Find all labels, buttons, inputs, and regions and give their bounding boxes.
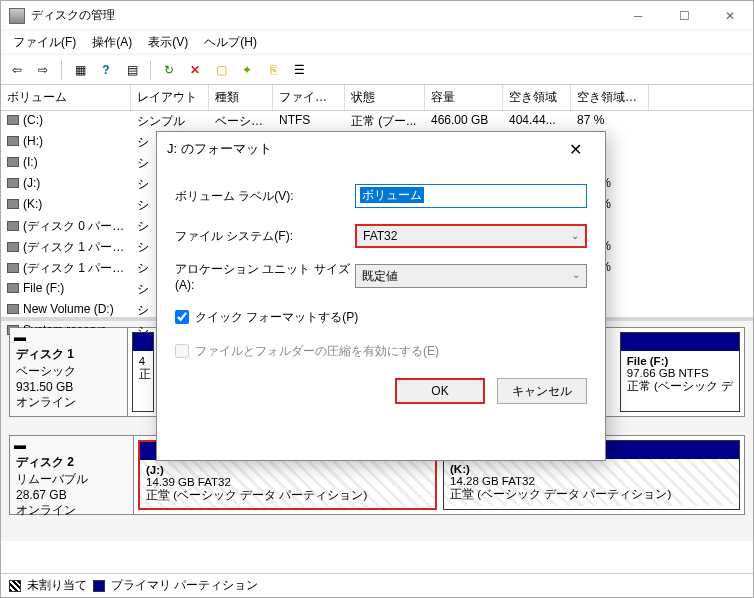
refresh-icon[interactable]: ↻ [157, 58, 181, 82]
compress-label: ファイルとフォルダーの圧縮を有効にする(E) [195, 343, 439, 360]
partition-info: 14.28 GB FAT32 [450, 475, 733, 487]
back-button[interactable]: ⇦ [5, 58, 29, 82]
col-status[interactable]: 状態 [345, 85, 425, 110]
disk-info[interactable]: ▬ ディスク 2 リムーバブル 28.67 GB オンライン [10, 436, 134, 514]
toolbar: ⇦ ⇨ ▦ ? ▤ ↻ ✕ ▢ ✦ ⎘ ☰ [1, 55, 753, 85]
volume-label-value: ボリューム [360, 187, 424, 203]
new-icon[interactable]: ▢ [209, 58, 233, 82]
partition-info: 4 [139, 355, 147, 367]
allocation-unit-value: 既定値 [362, 268, 398, 285]
menubar: ファイル(F) 操作(A) 表示(V) ヘルプ(H) [1, 31, 753, 55]
col-filesystem[interactable]: ファイル シ... [273, 85, 345, 110]
disk-mgmt-icon [9, 8, 25, 24]
partition[interactable]: File (F:) 97.66 GB NTFS 正常 (ベーシック デ [620, 332, 740, 412]
toolbar-separator [61, 60, 62, 80]
menu-action[interactable]: 操作(A) [86, 32, 138, 53]
drive-icon [7, 283, 19, 293]
partition-name: (K:) [450, 463, 733, 475]
table-header: ボリューム レイアウト 種類 ファイル シ... 状態 容量 空き領域 空き領域… [1, 85, 753, 111]
dialog-title: J: のフォーマット [167, 140, 272, 158]
partition[interactable]: 4 正 [132, 332, 154, 412]
titlebar: ディスクの管理 ─ ☐ ✕ [1, 1, 753, 31]
partition-status: 正 [139, 367, 147, 382]
filesystem-value: FAT32 [363, 229, 397, 243]
disk-info[interactable]: ▬ ディスク 1 ベーシック 931.50 GB オンライン [10, 328, 128, 416]
forward-button[interactable]: ⇨ [31, 58, 55, 82]
delete-icon[interactable]: ✕ [183, 58, 207, 82]
quick-format-checkbox[interactable] [175, 310, 189, 324]
col-type[interactable]: 種類 [209, 85, 273, 110]
partition-status: 正堂 (ベーシック データ パーティション) [450, 487, 733, 502]
col-capacity[interactable]: 容量 [425, 85, 503, 110]
partition-bar [133, 333, 153, 351]
properties-button[interactable]: ▤ [120, 58, 144, 82]
show-hide-button[interactable]: ▦ [68, 58, 92, 82]
dialog-titlebar: J: のフォーマット ✕ [157, 132, 605, 166]
partition-bar [621, 333, 739, 351]
col-free[interactable]: 空き領域 [503, 85, 571, 110]
quick-format-label: クイック フォーマットする(P) [195, 309, 358, 326]
ok-button[interactable]: OK [395, 378, 485, 404]
disk-type: ベーシック [16, 363, 121, 380]
minimize-button[interactable]: ─ [615, 1, 661, 31]
legend-primary-swatch [93, 580, 105, 592]
disk-type: リムーバブル [16, 471, 127, 488]
help-icon[interactable]: ? [94, 58, 118, 82]
chevron-down-icon: ⌄ [572, 269, 580, 280]
drive-icon [7, 304, 19, 314]
drive-icon [7, 199, 19, 209]
drive-icon [7, 136, 19, 146]
partition-info: 14.39 GB FAT32 [146, 476, 429, 488]
volume-label-input[interactable]: ボリューム [355, 184, 587, 208]
col-free-pct[interactable]: 空き領域の... [571, 85, 649, 110]
drive-icon [7, 115, 19, 125]
legend-unallocated: 未割り当て [27, 577, 87, 594]
format-dialog: J: のフォーマット ✕ ボリューム ラベル(V): ボリューム ファイル シス… [156, 131, 606, 461]
disk-title: ディスク 2 [16, 454, 127, 471]
drive-icon [7, 221, 19, 231]
disk-size: 28.67 GB [16, 488, 127, 502]
status-bar: 未割り当て プライマリ パーティション [1, 573, 753, 597]
folder-icon[interactable]: ⎘ [261, 58, 285, 82]
chevron-down-icon: ⌄ [571, 230, 579, 241]
menu-view[interactable]: 表示(V) [142, 32, 194, 53]
disk-size: 931.50 GB [16, 380, 121, 394]
dialog-close-button[interactable]: ✕ [555, 134, 595, 164]
list-icon[interactable]: ☰ [287, 58, 311, 82]
menu-file[interactable]: ファイル(F) [7, 32, 82, 53]
drive-icon [7, 263, 19, 273]
legend-unallocated-swatch [9, 580, 21, 592]
partition-info: 97.66 GB NTFS [627, 367, 733, 379]
maximize-button[interactable]: ☐ [661, 1, 707, 31]
volume-label-label: ボリューム ラベル(V): [175, 188, 355, 205]
sparkle-icon[interactable]: ✦ [235, 58, 259, 82]
compress-checkbox [175, 344, 189, 358]
partition-name: (J:) [146, 464, 429, 476]
menu-help[interactable]: ヘルプ(H) [198, 32, 263, 53]
partition-status: 正堂 (ベーシック データ パーティション) [146, 488, 429, 503]
drive-icon [7, 157, 19, 167]
legend-primary: プライマリ パーティション [111, 577, 258, 594]
drive-icon [7, 178, 19, 188]
partition-status: 正常 (ベーシック デ [627, 379, 733, 394]
disk-state: オンライン [16, 394, 121, 411]
drive-icon [7, 242, 19, 252]
close-button[interactable]: ✕ [707, 1, 753, 31]
toolbar-separator [150, 60, 151, 80]
allocation-unit-combo[interactable]: 既定値 ⌄ [355, 264, 587, 288]
table-row[interactable]: (C:)シンプルベーシックNTFS正常 (ブー...466.00 GB404.4… [1, 111, 753, 132]
filesystem-combo[interactable]: FAT32 ⌄ [355, 224, 587, 248]
cancel-button[interactable]: キャンセル [497, 378, 587, 404]
disk-title: ディスク 1 [16, 346, 121, 363]
col-layout[interactable]: レイアウト [131, 85, 209, 110]
window-title: ディスクの管理 [31, 7, 615, 24]
filesystem-label: ファイル システム(F): [175, 228, 355, 245]
allocation-unit-label: アロケーション ユニット サイズ(A): [175, 261, 355, 292]
partition-name: File (F:) [627, 355, 733, 367]
disk-state: オンライン [16, 502, 127, 519]
col-volume[interactable]: ボリューム [1, 85, 131, 110]
